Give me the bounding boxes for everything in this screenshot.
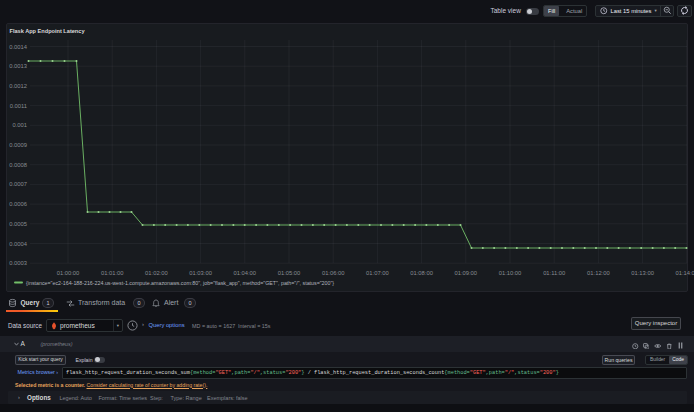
svg-text:01:01:00: 01:01:00: [101, 270, 124, 276]
svg-text:01:06:00: 01:06:00: [322, 270, 345, 276]
svg-text:0.0004: 0.0004: [9, 241, 28, 247]
svg-text:{instance="ec2-164-188-216-224: {instance="ec2-164-188-216-224.us-west-1…: [26, 280, 334, 286]
svg-text:0.0011: 0.0011: [10, 103, 27, 109]
svg-text:01:11:00: 01:11:00: [543, 270, 565, 276]
svg-text:01:05:00: 01:05:00: [278, 270, 301, 276]
svg-text:01:10:00: 01:10:00: [499, 270, 522, 276]
svg-text:01:00:00: 01:00:00: [57, 270, 80, 276]
svg-text:01:12:00: 01:12:00: [587, 270, 610, 276]
svg-text:0.0007: 0.0007: [9, 181, 27, 187]
svg-text:0.0012: 0.0012: [9, 83, 27, 89]
svg-text:01:08:00: 01:08:00: [410, 270, 433, 276]
svg-text:0.0003: 0.0003: [9, 260, 27, 266]
svg-text:0.0014: 0.0014: [9, 44, 28, 50]
svg-text:01:09:00: 01:09:00: [455, 270, 478, 276]
svg-text:01:13:00: 01:13:00: [631, 270, 654, 276]
svg-text:0.0008: 0.0008: [9, 162, 27, 168]
svg-text:01:02:00: 01:02:00: [145, 270, 168, 276]
svg-text:01:04:00: 01:04:00: [234, 270, 257, 276]
svg-text:0.0005: 0.0005: [9, 221, 27, 227]
svg-text:01:03:00: 01:03:00: [189, 270, 212, 276]
svg-text:0.0006: 0.0006: [9, 201, 27, 207]
svg-text:01:07:00: 01:07:00: [366, 270, 389, 276]
svg-text:0.0013: 0.0013: [9, 63, 27, 69]
svg-text:01:14:00: 01:14:00: [676, 270, 694, 276]
svg-text:0.0009: 0.0009: [9, 142, 27, 148]
svg-text:Flask App Endpoint Latency: Flask App Endpoint Latency: [10, 28, 86, 34]
svg-text:0.001: 0.001: [12, 122, 27, 128]
